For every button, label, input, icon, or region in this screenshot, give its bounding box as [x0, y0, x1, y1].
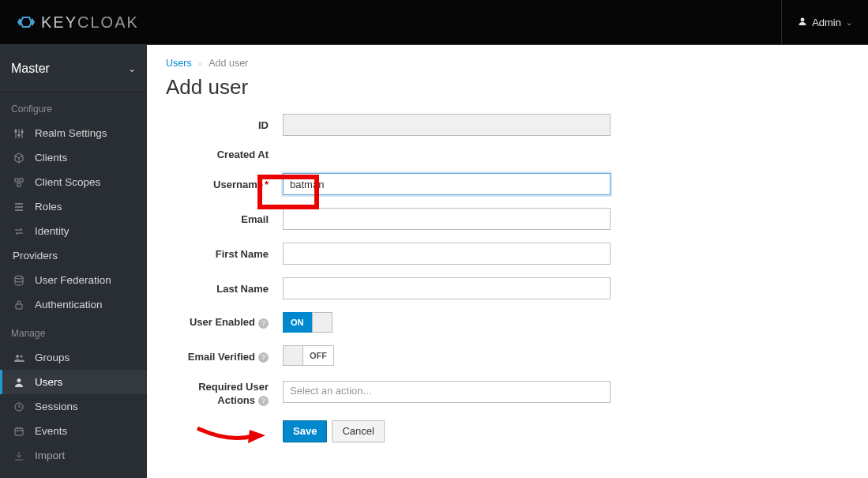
- svg-point-3: [801, 17, 805, 21]
- nav-label: Clients: [35, 152, 67, 164]
- svg-rect-11: [20, 179, 23, 182]
- sidebar-item-identity[interactable]: Identity: [0, 219, 147, 243]
- svg-point-16: [15, 276, 23, 279]
- svg-point-8: [18, 134, 21, 136]
- toggle-off-label: OFF: [303, 345, 334, 366]
- sidebar-item-providers[interactable]: Providers: [0, 243, 147, 268]
- label-id: ID: [166, 119, 283, 131]
- label-first-name: First Name: [166, 248, 283, 260]
- keycloak-logo-icon: [16, 12, 36, 32]
- row-first-name: First Name: [166, 243, 849, 265]
- chevron-down-icon: ⌄: [846, 18, 852, 27]
- row-email: Email: [166, 208, 849, 230]
- row-user-enabled: User Enabled? ON: [166, 312, 849, 333]
- row-required-actions: Required User Actions? Select an action.…: [166, 381, 849, 408]
- database-icon: [13, 275, 25, 286]
- svg-point-7: [15, 130, 17, 132]
- nav-label: Realm Settings: [35, 127, 107, 139]
- sidebar-item-groups[interactable]: Groups: [0, 345, 147, 370]
- label-email-verified: Email Verified?: [166, 351, 283, 363]
- svg-rect-17: [16, 304, 22, 309]
- save-button[interactable]: Save: [283, 420, 327, 442]
- logo[interactable]: KEYCLOAK: [16, 12, 139, 32]
- breadcrumb-separator-icon: »: [198, 59, 203, 68]
- row-id: ID: [166, 114, 849, 136]
- user-enabled-toggle[interactable]: ON: [283, 312, 333, 333]
- svg-marker-0: [21, 17, 32, 27]
- label-email: Email: [166, 213, 283, 225]
- annotation-arrow-icon: [196, 423, 267, 450]
- label-last-name: Last Name: [166, 283, 283, 295]
- breadcrumb-current: Add user: [209, 58, 248, 69]
- svg-point-18: [16, 355, 19, 358]
- nav-label: Roles: [35, 201, 62, 213]
- toggle-knob: [283, 345, 303, 366]
- nav-label: Client Scopes: [35, 176, 100, 188]
- cube-icon: [13, 152, 25, 164]
- first-name-field[interactable]: [283, 243, 611, 265]
- email-field[interactable]: [283, 208, 611, 230]
- nav-label: Groups: [35, 352, 70, 363]
- section-header-configure: Configure: [0, 92, 147, 121]
- nav-label: Users: [35, 376, 62, 388]
- calendar-icon: [13, 426, 25, 437]
- sidebar-item-authentication[interactable]: Authentication: [0, 292, 147, 317]
- form-buttons: Save Cancel: [283, 420, 849, 442]
- breadcrumb: Users » Add user: [166, 58, 849, 69]
- svg-marker-26: [248, 430, 265, 443]
- user-icon: [13, 377, 25, 388]
- row-last-name: Last Name: [166, 277, 849, 299]
- logo-text: KEYCLOAK: [41, 13, 139, 32]
- help-icon[interactable]: ?: [258, 352, 269, 363]
- help-icon[interactable]: ?: [258, 396, 269, 406]
- lock-icon: [13, 299, 25, 311]
- toggle-on-label: ON: [283, 312, 312, 333]
- label-created-at: Created At: [166, 149, 283, 160]
- sidebar-item-import[interactable]: Import: [0, 443, 147, 468]
- nav-label: Authentication: [35, 299, 103, 311]
- nav-label: Events: [35, 425, 67, 437]
- svg-point-19: [20, 355, 22, 357]
- sliders-icon: [13, 128, 25, 139]
- sidebar-item-clients[interactable]: Clients: [0, 145, 147, 170]
- clock-icon: [13, 401, 25, 412]
- breadcrumb-users-link[interactable]: Users: [166, 58, 192, 69]
- nav-label: User Federation: [35, 274, 111, 286]
- admin-menu[interactable]: Admin ⌄: [781, 0, 852, 44]
- id-field: [283, 114, 611, 136]
- sidebar-item-realm-settings[interactable]: Realm Settings: [0, 121, 147, 145]
- nav-label: Import: [35, 450, 65, 461]
- row-username: Username*: [166, 173, 849, 195]
- top-bar: KEYCLOAK Admin ⌄: [0, 0, 868, 44]
- nav-label: Sessions: [35, 401, 78, 412]
- swap-icon: [13, 226, 25, 237]
- required-actions-select[interactable]: Select an action...: [283, 381, 611, 403]
- sidebar-item-events[interactable]: Events: [0, 419, 147, 443]
- username-field[interactable]: [283, 173, 611, 195]
- svg-point-20: [17, 378, 21, 382]
- svg-rect-12: [17, 183, 21, 186]
- help-icon[interactable]: ?: [258, 318, 269, 329]
- main-content: Users » Add user Add user ID Created At …: [147, 45, 868, 478]
- sidebar-item-sessions[interactable]: Sessions: [0, 394, 147, 419]
- realm-selector[interactable]: Master ⌄: [0, 45, 147, 92]
- sidebar-item-user-federation[interactable]: User Federation: [0, 268, 147, 292]
- last-name-field[interactable]: [283, 277, 611, 299]
- user-icon: [798, 17, 807, 28]
- download-icon: [13, 450, 25, 461]
- sidebar: Master ⌄ Configure Realm Settings Client…: [0, 45, 147, 478]
- sidebar-item-client-scopes[interactable]: Client Scopes: [0, 170, 147, 194]
- cancel-button[interactable]: Cancel: [332, 420, 384, 442]
- admin-label: Admin: [812, 17, 841, 28]
- realm-name: Master: [11, 62, 50, 76]
- nav-label: Identity: [35, 225, 70, 237]
- email-verified-toggle[interactable]: OFF: [283, 345, 334, 366]
- sidebar-item-roles[interactable]: Roles: [0, 194, 147, 219]
- svg-rect-22: [15, 428, 23, 435]
- nav-label: Providers: [13, 250, 58, 262]
- row-email-verified: Email Verified? OFF: [166, 345, 849, 368]
- section-header-manage: Manage: [0, 317, 147, 345]
- page-title: Add user: [166, 75, 849, 100]
- sidebar-item-users[interactable]: Users: [0, 370, 147, 394]
- group-icon: [13, 352, 25, 363]
